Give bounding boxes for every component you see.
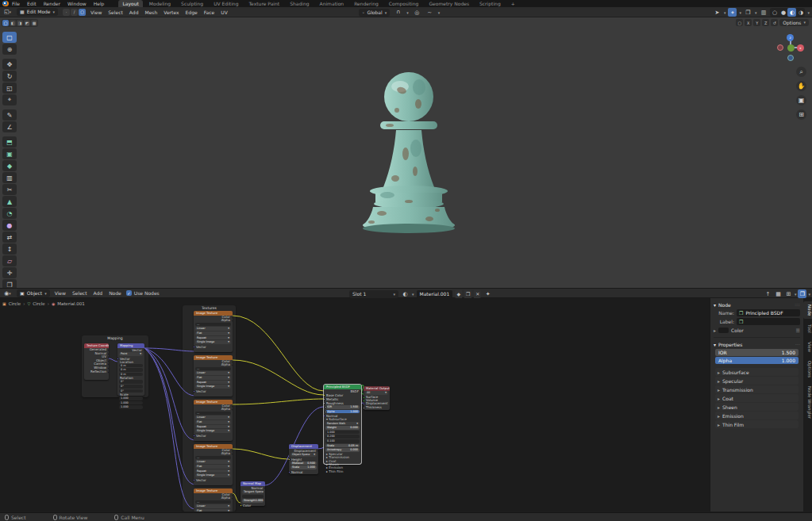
pin-icon[interactable]: ✦	[483, 289, 492, 298]
sidebar-alpha-slider[interactable]: Alpha1.000	[715, 357, 799, 364]
sidebar-ior-slider[interactable]: IOR1.500	[715, 349, 799, 356]
mapping-rotation-y[interactable]: 0°	[119, 385, 143, 389]
tool-poly-build[interactable]: ▲	[2, 196, 17, 207]
vector-socket[interactable]	[108, 367, 110, 370]
mapping-output-vector[interactable]: Vector	[117, 348, 144, 352]
use-nodes-checkbox[interactable]: ✓	[126, 290, 132, 296]
mirror-y-button[interactable]: Y	[753, 19, 760, 26]
texture-image-field[interactable]: …	[195, 500, 231, 504]
vector-socket[interactable]	[108, 353, 110, 355]
normal-map-output[interactable]: Normal	[241, 486, 265, 490]
node-snap-icon[interactable]: ⊞	[784, 289, 793, 298]
texture-image-field[interactable]: …	[195, 323, 231, 327]
node-mapping[interactable]: Mapping Vector Point▾ Vector Location 0 …	[117, 343, 144, 396]
texture-projection-dropdown[interactable]: Flat▾	[195, 420, 231, 424]
texture-source-dropdown[interactable]: Single Image▾	[195, 340, 231, 344]
displacement-scale[interactable]: Scale1.000	[291, 465, 317, 469]
gizmo-x-neg-axis[interactable]	[777, 44, 783, 51]
tool-rotate[interactable]: ↻	[2, 71, 17, 82]
texture-extension-dropdown[interactable]: Repeat▾	[195, 381, 231, 385]
node-name-field[interactable]: ❐Principled BSDF	[737, 309, 800, 316]
node-color-swatch[interactable]	[718, 328, 729, 333]
material-name-field[interactable]: Material.001	[417, 290, 453, 298]
texture-image-field[interactable]: …	[195, 412, 231, 416]
shading-rendered-button[interactable]: ◑	[796, 8, 805, 17]
sidebar-tab-node[interactable]: Node	[803, 301, 812, 319]
snap-dropdown[interactable]: ▾	[406, 10, 409, 15]
camera-view-icon[interactable]: ▣	[796, 95, 806, 105]
node-menu-add[interactable]: Add	[94, 290, 103, 296]
viewport-menu-add[interactable]: Add	[129, 10, 139, 15]
texture-projection-dropdown[interactable]: Flat▾	[195, 509, 231, 511]
displacement-space-dropdown[interactable]: Object Space▾	[291, 453, 317, 457]
menu-window[interactable]: Window	[67, 1, 87, 6]
sidebar-tab-options[interactable]: Options	[803, 358, 812, 381]
workspace-tab-layout[interactable]: Layout	[118, 0, 142, 7]
node-color-row[interactable]: ▸ Color ☰	[714, 326, 800, 335]
workspace-tab-scripting[interactable]: Scripting	[475, 0, 505, 7]
perspective-toggle-icon[interactable]: ⊞	[796, 109, 806, 120]
viewport-menu-view[interactable]: View	[90, 10, 102, 15]
shading-dropdown[interactable]: ▾	[807, 10, 810, 15]
texture-source-dropdown[interactable]: Single Image▾	[195, 473, 231, 477]
vector-socket[interactable]	[108, 356, 110, 358]
material-browse-icon[interactable]: ◐	[401, 289, 410, 298]
navigation-gizmo[interactable]: z x	[777, 34, 804, 61]
node-image-texture-2[interactable]: Image Texture Color Alpha … Linear▾ Flat…	[194, 400, 233, 441]
texture-projection-dropdown[interactable]: Flat▾	[195, 465, 231, 469]
unlink-material-button[interactable]: ✕	[474, 290, 481, 298]
texture-extension-dropdown[interactable]: Repeat▾	[195, 336, 231, 340]
tool-smooth[interactable]: ●	[2, 220, 17, 231]
edge-select-button[interactable]: ∕	[71, 9, 78, 16]
texture-output-alpha[interactable]: Alpha	[194, 408, 233, 411]
bsdf-subsurface-method-dropdown[interactable]: Random Walk▾	[325, 422, 360, 426]
texture-output-alpha[interactable]: Alpha	[194, 452, 233, 455]
tool-bevel[interactable]: ◆	[2, 160, 17, 171]
overlays-toggle-icon[interactable]: ❐	[744, 8, 752, 17]
viewport-menu-select[interactable]: Select	[108, 10, 123, 15]
snap-magnet-icon[interactable]: ∪	[394, 8, 402, 17]
vector-socket[interactable]	[108, 360, 110, 362]
fake-user-button[interactable]: ◆	[455, 290, 462, 298]
tool-extrude-region[interactable]: ⬒	[2, 136, 17, 147]
workspace-tab-[interactable]: +	[507, 0, 519, 7]
falloff-dropdown[interactable]: ▾	[438, 10, 441, 15]
texture-input-vector[interactable]: Vector	[194, 434, 233, 438]
mode-dropdown[interactable]: ▦Edit Mode▾	[17, 8, 58, 16]
tool-select-box[interactable]: ▢	[2, 32, 17, 43]
tool-annotate[interactable]: ✎	[2, 109, 17, 121]
node-overlays-icon[interactable]: ❐	[798, 289, 806, 298]
texture-projection-dropdown[interactable]: Flat▾	[195, 331, 231, 335]
shading-wireframe-button[interactable]: ○	[770, 8, 779, 17]
node-image-texture-3[interactable]: Image Texture Color Alpha … Linear▾ Flat…	[194, 444, 233, 485]
pawn-model[interactable]	[0, 17, 812, 288]
tool-measure[interactable]: ∠	[2, 121, 17, 132]
node-image-texture-4[interactable]: Image Texture Color Alpha … Linear▾ Flat…	[194, 488, 233, 511]
workspace-tab-shading[interactable]: Shading	[286, 0, 313, 7]
vertex-select-button[interactable]: ·	[63, 9, 70, 16]
properties-panel-header[interactable]: ▾Properties····	[714, 340, 800, 348]
tool-shear[interactable]: ▱	[2, 255, 17, 266]
output-input-thickness[interactable]: Thickness	[364, 406, 390, 409]
sidebar-panel-emission[interactable]: ▸Emission	[715, 412, 799, 419]
sidebar-panel-specular[interactable]: ▸Specular	[715, 377, 799, 385]
gizmo-y-axis[interactable]	[787, 44, 795, 52]
bsdf-subsurface-anisotropy[interactable]: Anisotropy0.000	[325, 448, 360, 452]
mapping-location-z[interactable]: 0 m	[119, 373, 143, 377]
viewport-menu-uv[interactable]: UV	[221, 10, 228, 15]
bsdf-subsurface-radius-y[interactable]: 0.200	[325, 435, 360, 439]
texture-source-dropdown[interactable]: Single Image▾	[195, 385, 231, 389]
active-tool-icon[interactable]: ➤	[713, 8, 722, 17]
node-texture-coordinate[interactable]: Texture Coordinate GeneratedNormalUVObje…	[84, 343, 109, 380]
viewport-menu-mesh[interactable]: Mesh	[144, 10, 157, 15]
mapping-rotation-z[interactable]: 0°	[119, 389, 143, 393]
normal-map-strength[interactable]: Strength1.000	[242, 499, 264, 503]
workspace-tab-texture-paint[interactable]: Texture Paint	[244, 0, 283, 7]
workspace-tab-geometry-nodes[interactable]: Geometry Nodes	[425, 0, 473, 7]
node-principled-bsdf[interactable]: Principled BSDF BSDF Base Color Metallic…	[324, 385, 361, 464]
vector-socket[interactable]	[108, 371, 110, 374]
texture-interpolation-dropdown[interactable]: Linear▾	[195, 371, 231, 375]
texture-interpolation-dropdown[interactable]: Linear▾	[195, 504, 231, 508]
tool-spin[interactable]: ◔	[2, 208, 17, 219]
sidebar-panel-sheen[interactable]: ▸Sheen	[715, 403, 799, 411]
